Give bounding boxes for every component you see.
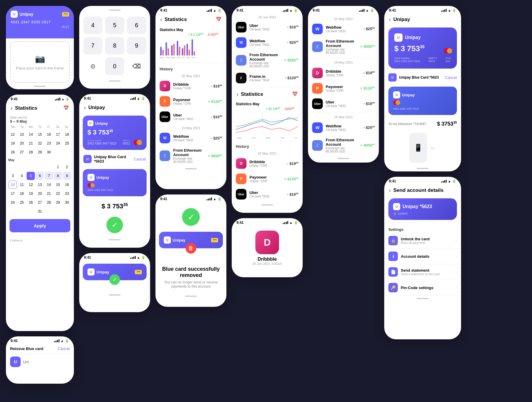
overview-balance: $ 3 75335 (394, 44, 451, 53)
history-section-label: History (155, 64, 226, 72)
frame-jun-icon: F (236, 73, 246, 83)
tx-uber-jun: Uber UberCiti bank *3632 - $1600 (232, 20, 303, 35)
ethereum-jun-icon: Ξ (236, 55, 246, 66)
calendar-icon[interactable]: 📅 (63, 105, 69, 111)
green-check-icon: ✓ (106, 217, 123, 233)
key-biometric[interactable]: ⊙ (83, 57, 102, 75)
removal-check-icon: ✓ (182, 208, 200, 226)
unlock-arrow-icon: › (455, 238, 457, 243)
tx-dribbble-ext: D DribbbleUnipay *1345 - $1900 (308, 65, 379, 81)
uber-2-icon: Uber (236, 189, 246, 200)
tx-payoneer-ext: P PayoneerUnipay *1345 + $12000 (308, 81, 379, 96)
payoneer-icon: P (160, 96, 170, 107)
unlock-title: Unlock the card (401, 237, 452, 241)
wallet-back-button[interactable]: ‹ (84, 104, 86, 111)
card-brand-name: Unipay (95, 121, 108, 126)
locked-text: Locked (398, 212, 407, 215)
main-wallet-card: U Unipay $ 3 75335 Card number 3462 4366… (83, 116, 147, 150)
date-range-display: 5 – 9 May (10, 119, 70, 124)
key-delete[interactable]: ⌫ (127, 57, 146, 75)
phone-unipay-overview: 9:41 ▲🔋 ‹ Unipay U Unipay $ 3 75335 Card… (384, 6, 461, 171)
card-cancel-button[interactable]: Cancel (134, 157, 146, 161)
setting-send-statement[interactable]: 📄 Send statement Send a statement on the… (384, 264, 461, 280)
locked-card: U Unipay *5623 🔒 Locked (388, 198, 457, 220)
transaction-uber: Uber UberCiti bank *3632 - $1600 (155, 109, 226, 124)
reissue-unipay-label: Uni (23, 360, 29, 364)
stats-back-button[interactable]: ‹ (160, 16, 162, 23)
tx-ethereum-ext2: Ξ From Ethereum AccountExchange rate 68.… (308, 135, 379, 155)
cal-day-today[interactable]: 10 (9, 181, 17, 189)
overview-cancel-button[interactable]: Cancel (445, 75, 457, 80)
ethereum-transfer-row: To my Ethereum *72UN97 $ 375335 (384, 117, 461, 130)
cal-header-we: We (27, 125, 35, 129)
card-select-header: U Unipay Blue Card *5623 Cancel (79, 152, 150, 166)
ethereum-icon: Ξ (160, 150, 170, 161)
date-18-jun: 18 Jun 2021 (232, 14, 303, 20)
phone-transaction-list: 9:41 ▲🔋 18 Jun 2021 Uber UberCiti bank *… (232, 6, 303, 213)
overview-card: U Unipay $ 3 75335 Card number3462 4366 … (388, 27, 457, 69)
cal-day[interactable]: 12 (9, 130, 17, 139)
tx-frame-jun: F Frame.ioCiti bank *3632 - $12000 (232, 70, 303, 86)
account-details-arrow-icon: › (455, 254, 457, 259)
reissue-cancel-button[interactable]: Cancel (58, 346, 70, 351)
ethereum-ext-icon: Ξ (312, 41, 323, 52)
phone-wallet: 9:41 ▲🔋 ‹ Unipay U Unipay $ 3 75335 (79, 94, 150, 248)
cal-day-selected-start[interactable]: 5 (27, 172, 35, 180)
removed-card-preview: U Unipay 💳 🗑 (159, 232, 223, 248)
phone-history-extended: 9:41 ▲🔋 20 May 2021 W WebflowCiti bank *… (308, 6, 379, 163)
history-date-1: 20 May 2021 (155, 72, 226, 78)
key-8[interactable]: 8 (105, 37, 124, 54)
cal-header-th: Th (36, 125, 44, 129)
dribbble-2-icon: D (236, 158, 246, 169)
apply-button[interactable]: Apply (9, 219, 70, 232)
send-statement-title: Send statement (401, 268, 452, 273)
scan-label: Place your card in the frame (16, 66, 64, 70)
stats-month-label: Statistics May (160, 28, 183, 32)
key-0[interactable]: 0 (105, 57, 124, 75)
setting-unlock[interactable]: 🔒 Unlock the card Allow all payments › (384, 233, 461, 249)
cal-header-mo: Mo (9, 125, 17, 129)
phone-reissue: 9:41 ▲🔋 Reissue Blue card Cancel U Uni (6, 336, 74, 384)
tx-dribbble-2: D DribbbleUnipay *1345 - $1900 (232, 156, 303, 171)
phone-card-removed: 9:41 ▲🔋 ✓ U Unipay 💳 🗑 Blue card s (155, 194, 226, 307)
overview-back-button[interactable]: ‹ (389, 16, 391, 23)
payoneer-2-icon: P (236, 174, 246, 184)
stats-expense: - $ 28054 (206, 32, 218, 36)
setting-pincode[interactable]: 🔑 Pin-Code settings › (384, 280, 461, 296)
wallet-title: Unipay (88, 105, 105, 111)
tx-webflow-ext: W WebflowCiti bank *3632 - $2500 (308, 21, 379, 37)
phone-illustration: 📱 (409, 133, 427, 163)
card-number-display: 4041 2947 8335 2917 (11, 20, 69, 24)
send-back-button[interactable]: ‹ (389, 187, 391, 194)
locked-badge: 🔒 Locked (393, 212, 452, 215)
dribbble-detail-icon: D (255, 231, 279, 254)
line-chart-svg (236, 112, 298, 135)
key-5[interactable]: 5 (105, 17, 124, 34)
send-card-name: Unipay *5623 (403, 204, 432, 209)
key-9[interactable]: 9 (127, 37, 146, 54)
phone-calendar: 9:41 ▲ 🔋 ‹ Statistics 📅 Date period 5 – … (6, 95, 74, 331)
stats-calendar-icon[interactable]: 📅 (216, 17, 222, 22)
key-6[interactable]: 6 (127, 17, 146, 34)
phone-card-scan: U Unipay 💳 4041 2947 8335 2917 05/21 📷 P… (6, 6, 74, 89)
setting-account-details[interactable]: ℹ Account details › (384, 249, 461, 264)
webflow-jun-icon: W (236, 37, 246, 48)
dribbble-ext-icon: D (312, 68, 323, 78)
stats-bar-chart: Mon Tue Wed Thu Fri Sat Sun (155, 38, 226, 62)
phone-send-account: 9:41 ▲🔋 ‹ Send account details U Unipay … (384, 177, 461, 339)
nav-back-button[interactable]: ‹ (11, 105, 13, 111)
reissue-title: Reissue Blue card (10, 346, 43, 351)
transfer-illustration: 📱 ← (384, 130, 461, 166)
dribbble-detail-name: Dribbble 20 Jun 2021 3:32am (232, 257, 303, 265)
statistics-nav-title: Statistics (15, 105, 38, 111)
send-account-title: Send account details (393, 187, 444, 193)
date-18-may: 18 May 2021 (308, 59, 379, 65)
transaction-payoneer: P PayoneerUnipay *1345 + $12000 (155, 94, 226, 109)
transaction-webflow: W WebflowCiti bank *3632 - $2500 (155, 130, 226, 146)
key-4[interactable]: 4 (83, 17, 102, 34)
payoneer-ext-icon: P (312, 83, 323, 94)
calendar-nav-header: ‹ Statistics 📅 (6, 102, 74, 114)
unlock-icon: 🔒 (388, 236, 398, 245)
key-7[interactable]: 7 (83, 37, 102, 54)
send-statement-icon: 📄 (388, 267, 398, 277)
